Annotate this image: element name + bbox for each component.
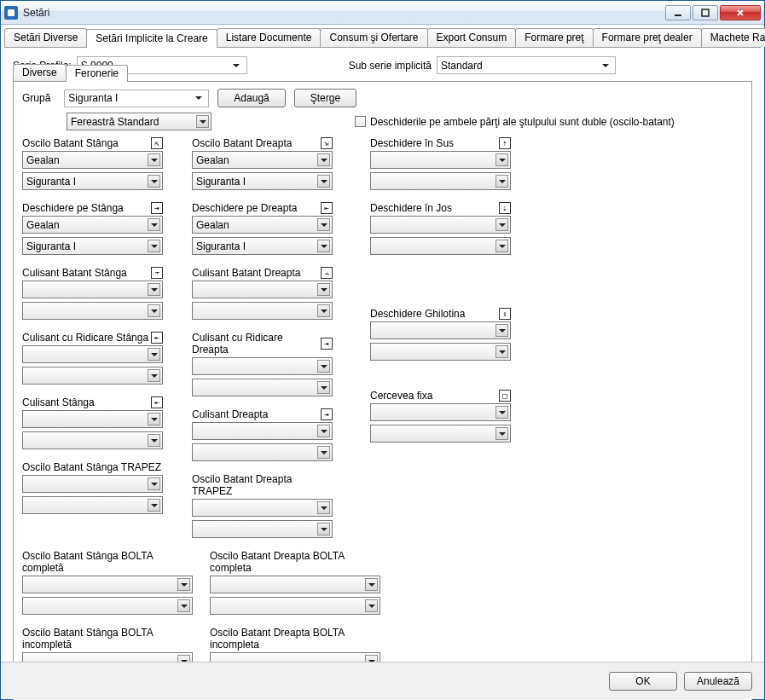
chevron-down-icon xyxy=(148,369,160,382)
tab-listare-documente[interactable]: Listare Documente xyxy=(217,28,322,47)
maximize-button[interactable] xyxy=(693,5,718,20)
opening-combo-2[interactable] xyxy=(22,496,163,514)
chevron-down-icon xyxy=(196,115,209,128)
opening-block: Oscilo Batant Stânga⇱GealanSiguranta I xyxy=(22,137,163,194)
opening-combo-2[interactable] xyxy=(210,597,380,615)
opening-combo-1[interactable] xyxy=(22,410,163,428)
subseries-combo[interactable]: Standard xyxy=(437,56,616,74)
opening-block: Deschidere în Jos⇣ xyxy=(370,202,511,258)
tab-setari-diverse[interactable]: Setări Diverse xyxy=(4,28,87,47)
opening-combo-1[interactable] xyxy=(192,281,333,298)
opening-combo-2[interactable] xyxy=(22,302,163,320)
opening-label: Deschidere pe Dreapta xyxy=(192,202,297,214)
chevron-down-icon xyxy=(317,218,330,231)
opening-combo-2[interactable] xyxy=(192,443,333,461)
opening-combo-2[interactable] xyxy=(22,431,163,449)
opening-symbol-icon: ⇱ xyxy=(151,137,163,149)
opening-combo-2[interactable] xyxy=(370,343,511,361)
opening-symbol-icon: ⇡ xyxy=(499,137,511,149)
opening-combo-2[interactable] xyxy=(370,237,511,255)
opening-combo-2[interactable] xyxy=(22,367,163,385)
group-combo[interactable]: Siguranta I xyxy=(64,90,209,107)
chevron-down-icon xyxy=(317,283,330,296)
opening-combo-2[interactable]: Siguranta I xyxy=(22,172,163,190)
opening-combo-2[interactable] xyxy=(192,302,333,320)
tab-consum-ofertare[interactable]: Consum şi Ofertare xyxy=(320,28,427,47)
opening-block: Oscilo Batant Dreapta⇲GealanSiguranta I xyxy=(192,137,333,194)
opening-combo-2[interactable] xyxy=(192,520,333,538)
opening-block: Culisant Stânga⇤ xyxy=(22,396,163,453)
chevron-down-icon xyxy=(496,175,508,188)
opening-combo-1[interactable]: Gealan xyxy=(22,151,163,169)
opening-combo-1[interactable] xyxy=(370,216,511,234)
chevron-down-icon xyxy=(177,599,190,612)
chevron-down-icon xyxy=(496,345,508,358)
inner-tabstrip: Diverse Feronerie xyxy=(13,64,124,82)
opening-combo-1[interactable] xyxy=(370,321,511,339)
tab-setari-implicite[interactable]: Setări Implicite la Creare xyxy=(86,29,217,48)
opening-combo-1[interactable] xyxy=(370,403,511,421)
opening-combo-2[interactable] xyxy=(192,379,333,396)
minimize-button[interactable] xyxy=(665,5,691,20)
opening-label: Oscilo Batant Stânga BOLTA completă xyxy=(22,550,193,574)
opening-combo-1[interactable] xyxy=(192,499,333,517)
opening-combo-1[interactable]: Gealan xyxy=(22,216,163,234)
delete-button[interactable]: Şterge xyxy=(294,89,356,107)
opening-label: Cercevea fixa xyxy=(370,390,432,402)
opening-block: Oscilo Batant Stânga TRAPEZ xyxy=(22,461,163,518)
tab-machete-rapoarte[interactable]: Machete Rapoarte xyxy=(701,28,765,47)
chevron-down-icon xyxy=(317,501,330,514)
main-tabstrip: Setări Diverse Setări Implicite la Crear… xyxy=(4,28,761,48)
opening-combo-1[interactable] xyxy=(192,422,333,440)
opening-combo-2[interactable] xyxy=(370,172,511,190)
tab-formare-pret-dealer[interactable]: Formare preţ dealer xyxy=(593,28,702,47)
double-openings-checkbox[interactable] xyxy=(355,116,366,127)
tab-diverse[interactable]: Diverse xyxy=(13,64,67,81)
opening-combo-1[interactable] xyxy=(22,345,163,363)
svg-rect-1 xyxy=(675,14,681,16)
tab-feronerie[interactable]: Feronerie xyxy=(66,65,128,82)
opening-label: Oscilo Batant Stânga BOLTA incompletă xyxy=(22,627,193,651)
opening-symbol-icon: ⇥ xyxy=(321,408,333,420)
tab-formare-pret[interactable]: Formare preţ xyxy=(515,28,593,47)
chevron-down-icon xyxy=(148,413,160,425)
chevron-down-icon xyxy=(148,240,160,252)
opening-combo-1[interactable] xyxy=(22,281,163,298)
opening-combo-2[interactable] xyxy=(370,425,511,443)
chevron-down-icon xyxy=(192,92,205,105)
chevron-down-icon xyxy=(230,59,243,72)
cancel-button[interactable]: Anulează xyxy=(684,672,752,691)
titlebar[interactable]: Setări xyxy=(1,1,764,25)
window-type-combo[interactable]: Fereastră Standard xyxy=(67,113,212,130)
subseries-value: Standard xyxy=(441,60,483,72)
opening-combo-1[interactable] xyxy=(370,151,511,169)
add-button[interactable]: Adaugă xyxy=(217,89,285,107)
opening-symbol-icon: ⇕ xyxy=(499,308,511,320)
close-button[interactable] xyxy=(720,5,761,20)
chevron-down-icon xyxy=(496,153,508,166)
chevron-down-icon xyxy=(599,59,611,72)
opening-combo-2[interactable] xyxy=(22,597,193,615)
opening-combo-2[interactable]: Siguranta I xyxy=(192,172,333,190)
opening-combo-1[interactable]: Gealan xyxy=(192,151,333,169)
double-openings-label: Deschiderile pe ambele părţi ale ştulpul… xyxy=(370,116,675,128)
opening-combo-2[interactable]: Siguranta I xyxy=(22,237,163,255)
opening-label: Oscilo Batant Dreapta BOLTA completa xyxy=(210,550,380,574)
chevron-down-icon xyxy=(496,406,508,419)
opening-block: Oscilo Batant Dreapta BOLTA completa xyxy=(210,550,380,618)
opening-combo-1[interactable] xyxy=(22,576,193,593)
opening-block: Oscilo Batant Dreapta TRAPEZ xyxy=(192,473,333,541)
opening-block: Culisant Dreapta⇥ xyxy=(192,408,333,465)
ok-button[interactable]: OK xyxy=(609,672,677,691)
opening-combo-1[interactable] xyxy=(22,475,163,493)
opening-combo-1[interactable] xyxy=(192,357,333,375)
opening-combo-1[interactable] xyxy=(210,576,380,593)
opening-combo-2[interactable]: Siguranta I xyxy=(192,237,333,255)
opening-label: Deschidere în Jos xyxy=(370,202,452,214)
subseries-label: Sub serie implicită xyxy=(349,60,432,72)
chevron-down-icon xyxy=(365,599,378,612)
chevron-down-icon xyxy=(148,434,160,447)
opening-combo-1[interactable]: Gealan xyxy=(192,216,333,234)
feronerie-panel: Grupă Siguranta I Adaugă Şterge Fereastr… xyxy=(13,81,752,700)
tab-export-consum[interactable]: Export Consum xyxy=(427,28,517,47)
